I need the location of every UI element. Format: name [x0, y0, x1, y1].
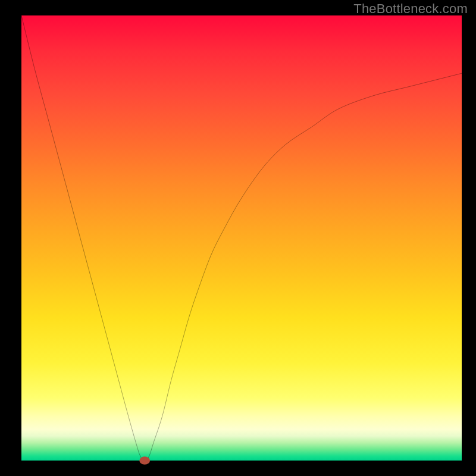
chart-svg: [21, 15, 462, 461]
watermark-text: TheBottleneck.com: [353, 1, 468, 17]
chart-curve: [21, 15, 462, 461]
chart-marker: [139, 456, 150, 464]
chart-plot-area: [21, 15, 462, 461]
